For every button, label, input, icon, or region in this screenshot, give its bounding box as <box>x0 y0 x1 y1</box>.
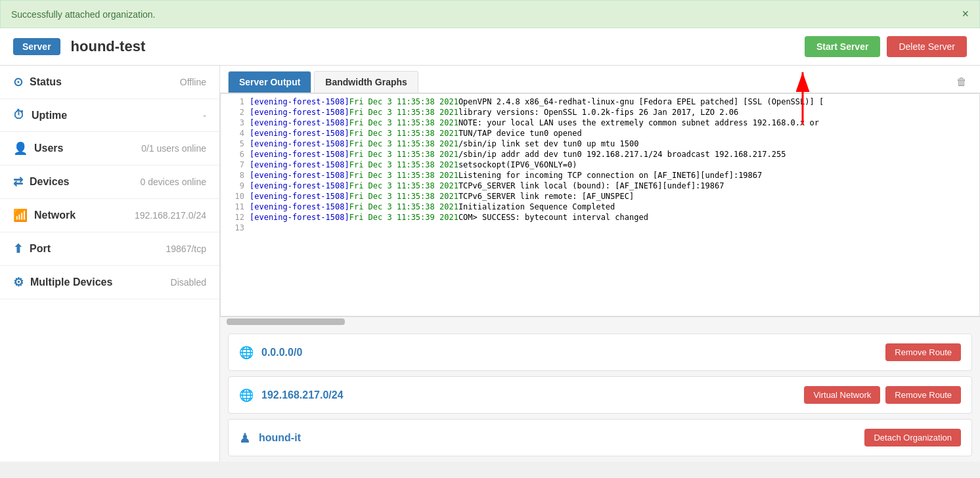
org-icon: ♟ <box>239 430 251 446</box>
detach-organization-button[interactable]: Detach Organization <box>864 429 961 446</box>
delete-server-button[interactable]: Delete Server <box>887 36 967 57</box>
sidebar-item-uptime: ⏱ Uptime - <box>0 99 219 132</box>
terminal-line: 7[evening-forest-1508] Fri Dec 3 11:35:3… <box>221 160 979 170</box>
page-header: Server hound-test Start Server Delete Se… <box>0 28 980 66</box>
route-item-1: 🌐 0.0.0.0/0 Remove Route <box>228 334 972 371</box>
status-icon: ⊙ <box>13 75 23 89</box>
terminal-line: 12[evening-forest-1508] Fri Dec 3 11:35:… <box>221 212 979 223</box>
terminal-line: 3[evening-forest-1508] Fri Dec 3 11:35:3… <box>221 118 979 128</box>
clear-output-icon[interactable]: 🗑 <box>951 74 972 91</box>
content-panel: Server Output Bandwidth Graphs 🗑 1[eveni… <box>220 66 980 462</box>
port-value: 19867/tcp <box>166 244 207 254</box>
sidebar-item-port: ⬆ Port 19867/tcp <box>0 232 219 266</box>
tab-bandwidth-graphs[interactable]: Bandwidth Graphs <box>314 71 418 93</box>
status-value: Offline <box>180 77 206 87</box>
sidebar: ⊙ Status Offline ⏱ Uptime - 👤 Users 0/1 … <box>0 66 220 462</box>
org-actions: Detach Organization <box>864 429 961 446</box>
users-label: Users <box>34 142 63 154</box>
terminal-output: 1[evening-forest-1508] Fri Dec 3 11:35:3… <box>220 93 980 316</box>
sidebar-item-multiple-devices: ⚙ Multiple Devices Disabled <box>0 266 219 299</box>
uptime-label: Uptime <box>32 110 67 121</box>
terminal-line: 9[evening-forest-1508] Fri Dec 3 11:35:3… <box>221 181 979 191</box>
banner-message: Successfully attached organization. <box>11 9 155 20</box>
terminal-line: 4[evening-forest-1508] Fri Dec 3 11:35:3… <box>221 128 979 139</box>
uptime-icon: ⏱ <box>13 108 25 122</box>
sidebar-item-users: 👤 Users 0/1 users online <box>0 132 219 165</box>
devices-icon: ⇄ <box>13 175 23 189</box>
scroll-bar[interactable] <box>220 316 980 326</box>
port-label: Port <box>30 243 51 255</box>
network-value: 192.168.217.0/24 <box>135 210 206 221</box>
multiple-devices-value: Disabled <box>171 277 206 288</box>
uptime-value: - <box>203 110 206 121</box>
virtual-network-button[interactable]: Virtual Network <box>804 386 880 404</box>
terminal-line: 10[evening-forest-1508] Fri Dec 3 11:35:… <box>221 191 979 202</box>
devices-label: Devices <box>30 176 70 188</box>
route-name-1: 0.0.0.0/0 <box>261 347 302 358</box>
status-label: Status <box>30 76 62 88</box>
tab-server-output[interactable]: Server Output <box>228 71 311 93</box>
multiple-devices-icon: ⚙ <box>13 275 24 290</box>
port-icon: ⬆ <box>13 242 23 256</box>
route-name-2: 192.168.217.0/24 <box>261 389 344 401</box>
devices-value: 0 devices online <box>141 177 206 187</box>
terminal-line: 13 <box>221 223 979 233</box>
route-globe-icon-1: 🌐 <box>239 345 254 360</box>
header-actions: Start Server Delete Server <box>805 36 967 57</box>
remove-route-1-button[interactable]: Remove Route <box>885 343 961 361</box>
scroll-thumb[interactable] <box>227 318 345 325</box>
network-label: Network <box>34 209 76 221</box>
users-value: 0/1 users online <box>141 143 206 154</box>
banner-close-button[interactable]: × <box>962 7 969 21</box>
terminal-line: 2[evening-forest-1508] Fri Dec 3 11:35:3… <box>221 107 979 118</box>
terminal-line: 6[evening-forest-1508] Fri Dec 3 11:35:3… <box>221 149 979 160</box>
org-name: hound-it <box>259 432 301 444</box>
route-1-actions: Remove Route <box>885 343 961 361</box>
terminal-line: 11[evening-forest-1508] Fri Dec 3 11:35:… <box>221 202 979 212</box>
route-2-actions: Virtual Network Remove Route <box>804 386 961 404</box>
main-layout: ⊙ Status Offline ⏱ Uptime - 👤 Users 0/1 … <box>0 66 980 462</box>
users-icon: 👤 <box>13 141 28 156</box>
route-globe-icon-2: 🌐 <box>239 388 254 402</box>
success-banner: Successfully attached organization. × <box>0 0 980 28</box>
sidebar-item-network: 📶 Network 192.168.217.0/24 <box>0 199 219 232</box>
network-icon: 📶 <box>13 208 28 223</box>
terminal-line: 8[evening-forest-1508] Fri Dec 3 11:35:3… <box>221 170 979 181</box>
route-item-2: 🌐 192.168.217.0/24 Virtual Network Remov… <box>228 376 972 414</box>
multiple-devices-label: Multiple Devices <box>30 276 112 288</box>
server-badge: Server <box>13 38 60 55</box>
terminal-line: 1[evening-forest-1508] Fri Dec 3 11:35:3… <box>221 97 979 107</box>
server-name: hound-test <box>71 38 146 55</box>
remove-route-2-button[interactable]: Remove Route <box>885 386 961 404</box>
terminal-line: 5[evening-forest-1508] Fri Dec 3 11:35:3… <box>221 139 979 149</box>
sidebar-item-devices: ⇄ Devices 0 devices online <box>0 165 219 199</box>
start-server-button[interactable]: Start Server <box>805 36 880 57</box>
tabs-row: Server Output Bandwidth Graphs 🗑 <box>220 66 980 93</box>
bottom-sections: 🌐 0.0.0.0/0 Remove Route 🌐 192.168.217.0… <box>220 326 980 462</box>
organization-item: ♟ hound-it Detach Organization <box>228 419 972 456</box>
sidebar-item-status: ⊙ Status Offline <box>0 66 219 99</box>
